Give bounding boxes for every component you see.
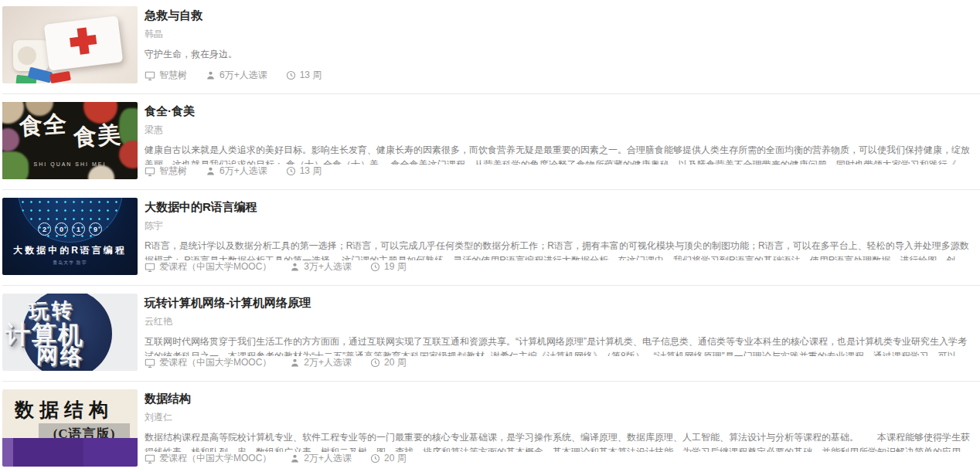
course-description: R语言，是统计学以及数据分析工具的第一选择；R语言，可以完成几乎任何类型的数据分… — [145, 239, 980, 260]
thumbnail-caption: 青岛大学 陈宇 — [2, 260, 138, 267]
enrollment-item: 6万+人选课 — [206, 165, 267, 178]
enrollment-label: 3万+人选课 — [304, 260, 352, 273]
platform-item: 智慧树 — [145, 69, 187, 82]
duration-label: 13 周 — [300, 69, 322, 82]
course-description: 数据结构课程是高等院校计算机专业、软件工程专业等的一门最重要的核心专业基础课，是… — [145, 430, 980, 452]
clock-icon — [286, 70, 296, 80]
duration-item: 19 周 — [370, 260, 407, 273]
course-title[interactable]: 食全·食美 — [145, 104, 980, 118]
enrollment-label: 2万+人选课 — [304, 452, 352, 465]
clock-icon — [370, 358, 380, 368]
clock-icon — [370, 453, 380, 464]
course-description: 互联网时代网络贯穿于我们生活工作的方方面面，通过互联网实现了互联互通和资源共享。… — [145, 334, 980, 356]
platform-item: 智慧树 — [145, 165, 187, 178]
thumbnail-word: 网络 — [36, 341, 138, 371]
course-thumbnail-network[interactable]: 玩转 计算机 网络 — [2, 294, 138, 371]
course-instructor: 刘遵仁 — [145, 411, 980, 424]
course-card[interactable]: 食全食美 SHI QUAN SHI MEI 食全·食美 梁惠 健康自古以来就是人… — [2, 102, 980, 190]
person-icon — [206, 70, 216, 80]
course-title[interactable]: 大数据中的R语言编程 — [145, 200, 980, 214]
course-meta: 爱课程（中国大学MOOC） 2万+人选课 20 周 — [145, 452, 980, 467]
course-card[interactable]: 2 0 1 9 大数据中的R语言编程 青岛大学 陈宇 大数据中的R语言编程 陈宇… — [2, 198, 980, 286]
person-icon — [290, 453, 300, 464]
platform-item: 爱课程（中国大学MOOC） — [145, 452, 271, 465]
enrollment-item: 3万+人选课 — [290, 260, 352, 273]
platform-item: 爱课程（中国大学MOOC） — [145, 260, 271, 273]
duration-label: 13 周 — [300, 165, 322, 178]
duration-label: 19 周 — [384, 260, 407, 273]
duration-item: 13 周 — [286, 165, 322, 178]
course-card[interactable]: 玩转 计算机 网络 玩转计算机网络-计算机网络原理 云红艳 互联网时代网络贯穿于… — [2, 294, 980, 382]
year-digit: 2 — [38, 222, 51, 236]
enrollment-label: 6万+人选课 — [219, 165, 267, 178]
duration-label: 20 周 — [384, 356, 407, 369]
clock-icon — [286, 166, 296, 176]
course-thumbnail-first-aid[interactable] — [2, 6, 138, 83]
duration-item: 20 周 — [370, 452, 407, 465]
course-thumbnail-r-language[interactable]: 2 0 1 9 大数据中的R语言编程 青岛大学 陈宇 — [2, 198, 138, 275]
course-card[interactable]: 数据结构 (C语言版) 数据结构 刘遵仁 数据结构课程是高等院校计算机专业、软件… — [2, 389, 980, 472]
course-instructor: 云红艳 — [145, 315, 980, 328]
monitor-icon — [145, 453, 155, 464]
enrollment-item: 2万+人选课 — [290, 356, 352, 369]
duration-item: 20 周 — [370, 356, 407, 369]
platform-item: 爱课程（中国大学MOOC） — [145, 356, 271, 369]
enrollment-label: 6万+人选课 — [219, 69, 267, 82]
monitor-icon — [145, 166, 155, 177]
monitor-icon — [145, 358, 155, 368]
person-icon — [290, 262, 300, 272]
person-icon — [290, 358, 300, 368]
platform-label: 爱课程（中国大学MOOC） — [159, 356, 271, 369]
year-digit: 1 — [72, 222, 85, 236]
course-thumbnail-food[interactable]: 食全食美 SHI QUAN SHI MEI — [2, 102, 138, 179]
monitor-icon — [145, 70, 155, 81]
course-title[interactable]: 数据结构 — [145, 392, 980, 406]
year-badges: 2 0 1 9 — [2, 222, 138, 236]
thumbnail-caption: SHI QUAN SHI MEI — [2, 161, 138, 167]
course-meta: 爱课程（中国大学MOOC） 2万+人选课 20 周 — [145, 356, 980, 371]
platform-label: 智慧树 — [159, 69, 187, 82]
course-instructor: 梁惠 — [145, 124, 980, 137]
course-title[interactable]: 玩转计算机网络-计算机网络原理 — [145, 296, 980, 310]
book-cover-band — [2, 438, 138, 467]
course-description: 守护生命，救在身边。 — [145, 47, 980, 62]
duration-label: 20 周 — [384, 452, 407, 465]
book-title: 数据结构 — [15, 397, 114, 423]
platform-label: 爱课程（中国大学MOOC） — [159, 260, 271, 273]
thumbnail-title: 大数据中的R语言编程 — [2, 244, 138, 257]
first-aid-box-graphic — [44, 15, 124, 70]
course-instructor: 陈宇 — [145, 219, 980, 233]
garlic-graphic — [88, 165, 114, 179]
course-list: 急救与自救 韩晶 守护生命，救在身边。 智慧树 6万+人选课 13 周 — [0, 0, 980, 472]
person-icon — [206, 166, 216, 176]
course-thumbnail-data-structure[interactable]: 数据结构 (C语言版) — [2, 389, 138, 467]
red-cross-icon — [70, 35, 97, 47]
thumbnail-title-calligraphy: 食全食美 — [2, 113, 138, 144]
monitor-icon — [145, 262, 155, 273]
course-title[interactable]: 急救与自救 — [145, 8, 980, 22]
course-meta: 智慧树 6万+人选课 13 周 — [145, 165, 980, 179]
course-card[interactable]: 急救与自救 韩晶 守护生命，救在身边。 智慧树 6万+人选课 13 周 — [2, 6, 980, 94]
enrollment-item: 6万+人选课 — [206, 69, 267, 82]
platform-label: 智慧树 — [159, 165, 187, 178]
course-instructor: 韩晶 — [145, 28, 980, 41]
year-digit: 9 — [89, 222, 102, 236]
year-digit: 0 — [55, 222, 68, 236]
enrollment-item: 2万+人选课 — [290, 452, 352, 465]
enrollment-label: 2万+人选课 — [304, 356, 352, 369]
course-meta: 爱课程（中国大学MOOC） 3万+人选课 19 周 — [145, 260, 980, 275]
duration-item: 13 周 — [286, 69, 322, 82]
clock-icon — [370, 262, 380, 272]
dotted-globe-graphic — [18, 198, 123, 243]
platform-label: 爱课程（中国大学MOOC） — [159, 452, 271, 465]
bandage-pack-graphic — [49, 71, 71, 83]
course-description: 健康自古以来就是人类追求的美好目标。影响生长发育、健康长寿的因素很多，而饮食营养… — [145, 143, 980, 165]
course-meta: 智慧树 6万+人选课 13 周 — [145, 69, 980, 83]
